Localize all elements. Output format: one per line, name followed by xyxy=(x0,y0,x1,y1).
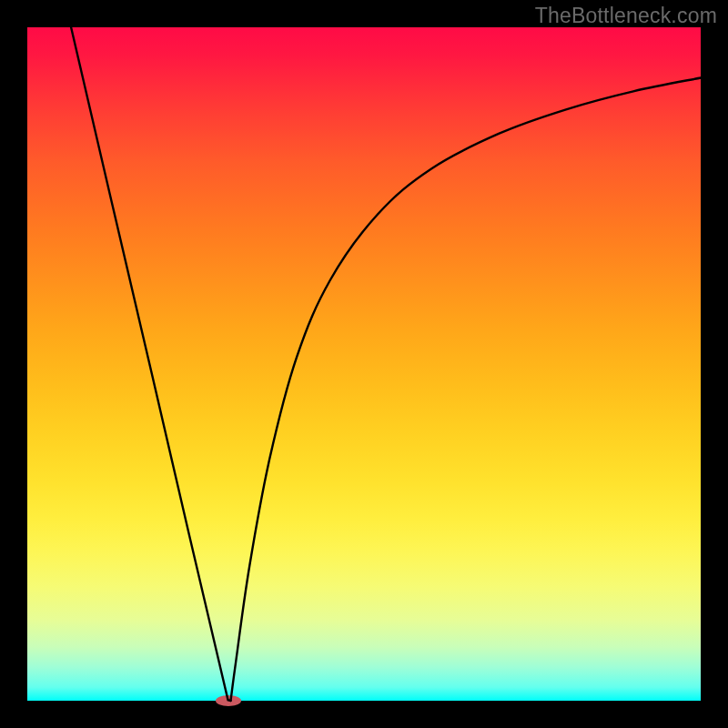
chart-container: TheBottleneck.com xyxy=(0,0,728,728)
curve-right-branch xyxy=(230,78,701,702)
plot-area xyxy=(27,27,701,701)
curve-svg xyxy=(27,27,701,701)
watermark-text: TheBottleneck.com xyxy=(535,4,717,28)
curve-left-branch xyxy=(71,27,230,701)
